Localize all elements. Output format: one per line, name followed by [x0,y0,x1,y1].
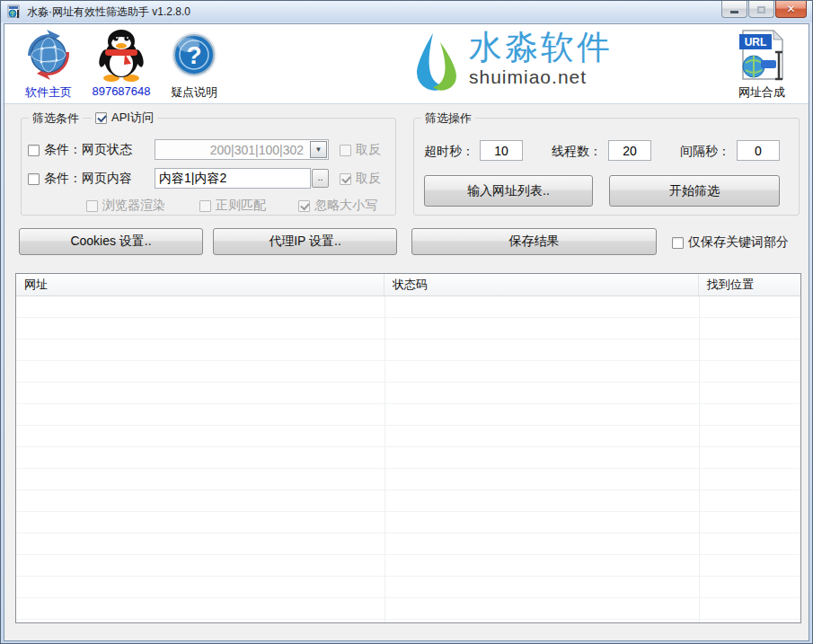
filter-conditions-title: 筛选条件 [29,110,83,127]
window-title: 水淼·网址有效性筛选助手 v1.2.8.0 [27,4,190,20]
content-invert-checkbox[interactable]: 取反 [340,171,381,187]
results-table: 网址 状态码 找到位置 [15,273,801,623]
qq-penguin-icon [98,28,145,82]
minimize-icon [730,11,738,13]
help-label[interactable]: 疑点说明 [171,84,217,101]
checkbox-icon[interactable] [340,173,351,185]
url-badge: URL [745,36,767,49]
timeout-label: 超时秒： [424,144,474,160]
results-table-header: 网址 状态码 找到位置 [16,274,800,296]
brand-domain: shuimiao.net [469,66,613,88]
checkbox-icon[interactable] [28,145,40,156]
proxy-ip-settings-button[interactable]: 代理IP 设置.. [213,228,397,255]
timeout-input[interactable] [480,140,523,161]
status-invert-checkbox[interactable]: 取反 [340,142,381,158]
maximize-button[interactable] [748,1,774,18]
ignore-case-checkbox[interactable]: 忽略大小写 [298,198,377,214]
threads-label: 线程数： [552,144,602,160]
toolbar-item-url-compose[interactable]: URL 网址合成 [723,28,800,101]
filter-operation-group: 筛选操作 超时秒： 线程数： 间隔秒： 输入网址列表.. 开始筛选 [413,118,800,216]
threads-input[interactable] [608,140,651,161]
save-results-button[interactable]: 保存结果 [411,228,657,255]
interval-input[interactable] [737,140,780,161]
brand-logo: 水淼软件 shuimiao.net [413,30,613,94]
results-table-body[interactable] [16,296,800,622]
content-condition-checkbox[interactable]: 条件：网页内容 [28,171,132,187]
filter-conditions-group: 筛选条件 API访问 条件：网页状态 200|301|100|302 ▼ 取反 [21,118,396,216]
column-header-status[interactable]: 状态码 [384,274,699,296]
app-icon [7,4,22,19]
status-codes-combobox[interactable]: 200|301|100|302 ▼ [155,139,329,160]
save-keywords-only-checkbox[interactable]: 仅保存关键词部分 [672,234,789,251]
svg-text:?: ? [186,41,201,69]
url-compose-label[interactable]: 网址合成 [738,84,785,101]
checkbox-icon[interactable] [340,145,351,156]
cookies-settings-button[interactable]: Cookies 设置.. [19,228,203,255]
content-input[interactable] [155,168,311,189]
close-button[interactable]: ✕ [775,1,807,18]
column-header-position[interactable]: 找到位置 [699,274,800,296]
title-bar: 水淼·网址有效性筛选助手 v1.2.8.0 ✕ [1,1,812,22]
maximize-icon [757,6,765,13]
api-access-checkbox[interactable]: API访问 [92,110,157,126]
homepage-link[interactable]: 软件主页 [25,84,72,101]
browser-render-checkbox[interactable]: 浏览器渲染 [86,198,165,214]
checkbox-icon[interactable] [86,200,98,212]
dropdown-arrow-icon[interactable]: ▼ [310,141,327,158]
checkbox-icon[interactable] [199,200,211,212]
interval-label: 间隔秒： [680,144,730,160]
globe-arrows-icon [17,29,80,81]
checkbox-icon[interactable] [672,237,684,249]
app-window: 水淼·网址有效性筛选助手 v1.2.8.0 ✕ [0,0,813,644]
checkbox-icon[interactable] [95,112,107,124]
toolbar-item-homepage[interactable]: 软件主页 [13,28,84,101]
checkbox-icon[interactable] [298,200,310,212]
filter-operation-title: 筛选操作 [421,110,475,127]
url-compose-icon: URL [736,27,788,83]
toolbar-item-qq[interactable]: 897687648 [91,28,152,98]
column-header-url[interactable]: 网址 [16,274,384,296]
content-browse-button[interactable]: .. [312,169,329,188]
question-icon: ? [171,31,217,78]
regex-match-checkbox[interactable]: 正则匹配 [199,198,266,214]
close-icon: ✕ [786,3,795,15]
minimize-button[interactable] [721,1,747,18]
toolbar-item-help[interactable]: ? 疑点说明 [166,28,222,101]
input-url-list-button[interactable]: 输入网址列表.. [424,175,593,207]
client-area: 软件主页 [4,23,809,641]
water-drop-icon [413,30,460,94]
column-divider [384,296,385,622]
toolbar: 软件主页 [4,24,809,104]
start-filter-button[interactable]: 开始筛选 [609,175,780,207]
checkbox-icon[interactable] [28,173,40,185]
column-divider [699,296,700,622]
status-codes-value: 200|301|100|302 [155,143,310,157]
brand-name: 水淼软件 [469,30,613,66]
status-condition-checkbox[interactable]: 条件：网页状态 [28,142,132,158]
qq-number-link[interactable]: 897687648 [92,84,150,98]
